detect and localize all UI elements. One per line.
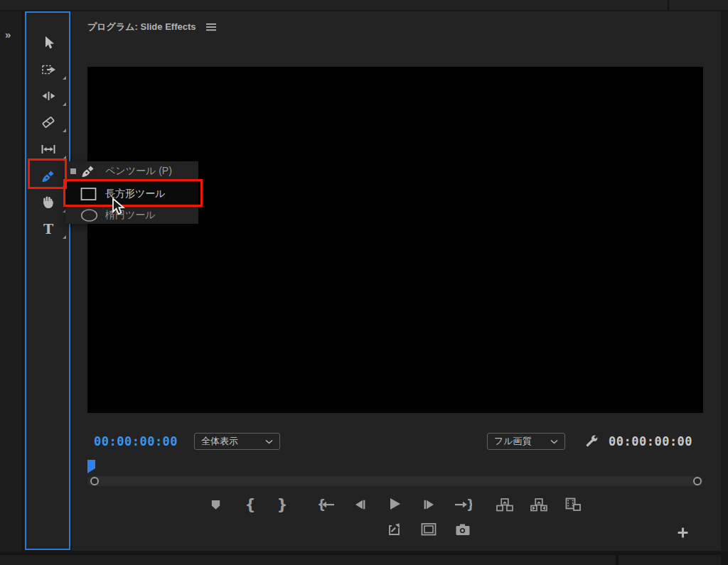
- selection-tool-icon: [41, 36, 55, 50]
- export-icon: [387, 522, 402, 537]
- collapsed-panel-rail: »: [0, 11, 21, 551]
- comparison-view-icon: [565, 497, 582, 512]
- pen-tool-flyout-menu: ペンツール (P) 長方形ツール 楕円ツール: [65, 161, 198, 224]
- pen-icon: [80, 163, 96, 179]
- mark-in-icon: {: [245, 497, 256, 512]
- go-to-out-icon: }: [454, 497, 472, 512]
- ripple-edit-icon: [41, 89, 56, 103]
- menu-item-ellipse-tool[interactable]: 楕円ツール: [65, 207, 198, 224]
- top-strip-divider: [668, 0, 669, 10]
- zoom-level-select[interactable]: 全体表示: [194, 433, 280, 450]
- add-marker-button[interactable]: [205, 495, 225, 515]
- selected-indicator: [70, 168, 76, 174]
- scrollbar-track[interactable]: [87, 476, 703, 486]
- panel-right-edge: [721, 11, 728, 551]
- pen-tool-icon: [41, 168, 56, 184]
- chevron-down-icon: [265, 439, 273, 444]
- duration-timecode: 00:00:00:00: [609, 434, 692, 448]
- safe-margins-button[interactable]: [419, 520, 439, 539]
- marker-icon: [210, 499, 222, 511]
- ripple-edit-tool[interactable]: [28, 82, 69, 109]
- svg-text:}: }: [466, 497, 472, 512]
- track-select-forward-tool[interactable]: [28, 56, 69, 82]
- menu-item-pen-tool[interactable]: ペンツール (P): [65, 161, 198, 181]
- export-frame-button[interactable]: [453, 520, 473, 539]
- play-button[interactable]: [385, 494, 405, 514]
- camera-icon: [455, 523, 471, 537]
- type-tool-icon: T: [41, 221, 55, 237]
- hand-tool[interactable]: [28, 189, 69, 215]
- step-forward-button[interactable]: [419, 495, 439, 515]
- lower-panel-right: [619, 555, 721, 565]
- step-back-button[interactable]: [350, 495, 370, 515]
- mark-in-button[interactable]: {: [240, 495, 260, 515]
- panel-title[interactable]: プログラム: Slide Effects: [87, 21, 196, 33]
- step-forward-icon: [422, 499, 435, 510]
- selection-tool[interactable]: [28, 30, 69, 56]
- scrollbar-left-handle[interactable]: [90, 476, 100, 486]
- play-icon: [387, 497, 402, 511]
- razor-icon: [41, 114, 56, 130]
- type-tool[interactable]: T: [28, 215, 69, 242]
- slip-icon: [41, 143, 56, 156]
- extract-icon: [530, 498, 547, 512]
- mouse-cursor: [110, 198, 126, 216]
- tools-panel: T: [25, 11, 70, 550]
- extract-button[interactable]: [529, 495, 549, 515]
- premiere-program-monitor: » プログラム: Slide Effects 00:00:00:00 全体表示 …: [0, 0, 728, 565]
- expand-panel-icon[interactable]: »: [5, 28, 10, 41]
- panel-menu-icon[interactable]: [205, 22, 217, 32]
- hand-icon: [41, 195, 55, 210]
- step-back-icon: [354, 499, 367, 510]
- menu-item-label: ペンツール (P): [105, 165, 172, 178]
- plus-icon: [677, 527, 689, 539]
- mark-out-icon: }: [277, 497, 288, 512]
- menu-item-rectangle-tool[interactable]: 長方形ツール: [65, 181, 198, 207]
- flyout-indicator: [63, 156, 66, 159]
- rectangle-icon: [80, 187, 97, 201]
- lift-icon: [496, 498, 513, 512]
- flyout-indicator: [63, 235, 66, 239]
- track-select-forward-icon: [41, 63, 56, 77]
- export-frame-quick-button[interactable]: [385, 520, 405, 539]
- playback-quality-select[interactable]: フル画質: [487, 433, 565, 450]
- svg-text:T: T: [43, 221, 53, 237]
- current-timecode[interactable]: 00:00:00:00: [94, 434, 178, 448]
- pen-tool[interactable]: [28, 163, 69, 189]
- ellipse-icon: [80, 209, 98, 222]
- playhead[interactable]: [87, 460, 97, 474]
- slip-tool[interactable]: [28, 136, 69, 162]
- settings-wrench-icon[interactable]: [583, 432, 600, 451]
- playback-quality-value: フル画質: [494, 435, 532, 448]
- comparison-view-button[interactable]: [563, 495, 583, 515]
- zoom-level-value: 全体表示: [201, 435, 238, 448]
- scrollbar-right-handle[interactable]: [692, 476, 702, 486]
- go-to-in-button[interactable]: {: [316, 495, 336, 515]
- go-to-out-button[interactable]: }: [453, 495, 473, 515]
- flyout-indicator: [63, 76, 66, 80]
- button-editor-add-button[interactable]: [673, 522, 692, 542]
- razor-tool[interactable]: [28, 109, 69, 135]
- video-preview[interactable]: [87, 67, 703, 413]
- top-strip: [0, 0, 728, 10]
- lift-button[interactable]: [495, 495, 515, 515]
- lower-panel-left: [0, 555, 616, 565]
- flyout-indicator: [63, 129, 66, 132]
- mark-out-button[interactable]: }: [272, 495, 292, 515]
- safe-margins-icon: [421, 522, 437, 537]
- chevron-down-icon: [550, 439, 558, 444]
- go-to-in-icon: {: [317, 497, 336, 512]
- flyout-indicator: [63, 102, 66, 106]
